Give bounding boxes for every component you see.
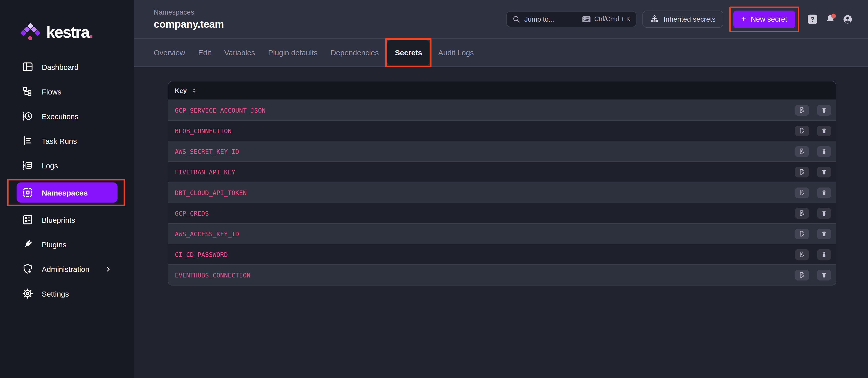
tab-variables[interactable]: Variables	[218, 38, 262, 67]
edit-secret-button[interactable]	[795, 125, 809, 136]
task-runs-icon	[22, 135, 34, 147]
delete-secret-button[interactable]	[817, 167, 831, 177]
chevron-right-icon	[104, 265, 113, 273]
delete-secret-button[interactable]	[817, 187, 831, 198]
table-row: GCP_SERVICE_ACCOUNT_JSON	[168, 99, 836, 120]
edit-secret-button[interactable]	[795, 229, 809, 239]
sidebar-item-flows[interactable]: Flows	[17, 81, 118, 101]
help-icon[interactable]: ?	[808, 14, 817, 24]
sidebar-item-label: Flows	[42, 87, 61, 96]
search-input[interactable]: Jump to... Ctrl/Cmd + K	[506, 11, 637, 27]
kestra-logo[interactable]: kestra.	[21, 21, 134, 40]
tab-secrets[interactable]: Secrets	[387, 40, 430, 65]
sidebar-item-label: Namespaces	[42, 188, 88, 197]
secret-key: GCP_SERVICE_ACCOUNT_JSON	[175, 106, 266, 114]
inherited-secrets-button[interactable]: Inherited secrets	[643, 10, 723, 28]
delete-secret-button[interactable]	[817, 105, 831, 115]
column-key-label: Key	[175, 87, 187, 94]
secret-key: DBT_CLOUD_API_TOKEN	[175, 189, 247, 196]
secret-key: FIVETRAN_API_KEY	[175, 168, 235, 176]
sitemap-icon	[650, 14, 659, 24]
flows-icon	[22, 85, 34, 97]
search-shortcut: Ctrl/Cmd + K	[582, 16, 630, 23]
table-row: DBT_CLOUD_API_TOKEN	[168, 182, 836, 203]
topbar-actions: Jump to... Ctrl/Cmd + K Inherited secret…	[506, 6, 853, 32]
plus-icon: +	[741, 14, 746, 23]
search-icon	[513, 15, 520, 23]
page-heading: Namespaces company.team	[154, 8, 224, 30]
new-secret-button[interactable]: + New secret	[733, 10, 795, 28]
delete-secret-button[interactable]	[817, 125, 831, 136]
delete-secret-button[interactable]	[817, 208, 831, 219]
main-area: Namespaces company.team Jump to... Ctrl/…	[134, 0, 868, 378]
executions-icon	[22, 110, 34, 122]
sidebar-item-label: Executions	[42, 112, 79, 120]
sidebar-item-label: Blueprints	[42, 215, 75, 224]
table-header: Key	[168, 81, 836, 99]
sidebar-item-blueprints[interactable]: Blueprints	[17, 210, 118, 230]
tab-dependencies[interactable]: Dependencies	[324, 38, 385, 67]
secrets-content: Key GCP_SERVICE_ACCOUNT_JSON BLOB_CONNEC…	[134, 67, 868, 378]
sidebar: kestra. Dashboard Flows Executions	[0, 0, 134, 378]
table-row: EVENTHUBS_CONNECTION	[168, 264, 836, 285]
tab-plugin-defaults[interactable]: Plugin defaults	[262, 38, 324, 67]
edit-secret-button[interactable]	[795, 249, 809, 260]
brand-name: kestra.	[46, 24, 93, 40]
dashboard-icon	[22, 61, 34, 73]
sidebar-nav: Dashboard Flows Executions Task Runs	[0, 57, 134, 308]
sidebar-item-dashboard[interactable]: Dashboard	[17, 57, 118, 77]
tab-edit[interactable]: Edit	[192, 38, 218, 67]
table-row: BLOB_CONNECTION	[168, 120, 836, 141]
sidebar-item-namespaces[interactable]: Namespaces	[17, 182, 118, 203]
bell-icon[interactable]	[825, 13, 836, 25]
secrets-table: Key GCP_SERVICE_ACCOUNT_JSON BLOB_CONNEC…	[168, 81, 836, 286]
settings-icon	[22, 288, 34, 299]
administration-icon	[22, 263, 34, 275]
sidebar-item-label: Settings	[42, 289, 69, 298]
sidebar-item-executions[interactable]: Executions	[17, 106, 118, 126]
kestra-logo-icon	[21, 23, 40, 40]
notification-dot	[831, 13, 836, 18]
delete-secret-button[interactable]	[817, 229, 831, 239]
plugins-icon	[22, 238, 34, 250]
sidebar-item-label: Task Runs	[42, 137, 77, 145]
sidebar-item-label: Logs	[42, 161, 58, 170]
edit-secret-button[interactable]	[795, 167, 809, 177]
secret-key: AWS_ACCESS_KEY_ID	[175, 230, 239, 237]
delete-secret-button[interactable]	[817, 146, 831, 156]
secret-key: EVENTHUBS_CONNECTION	[175, 271, 250, 279]
edit-secret-button[interactable]	[795, 146, 809, 156]
sidebar-item-logs[interactable]: Logs	[17, 155, 118, 175]
edit-secret-button[interactable]	[795, 105, 809, 115]
secret-key: CI_CD_PASSWORD	[175, 251, 228, 258]
search-placeholder: Jump to...	[524, 15, 554, 23]
tab-audit-logs[interactable]: Audit Logs	[432, 38, 480, 67]
kestra-app: kestra. Dashboard Flows Executions	[0, 0, 868, 378]
sidebar-item-task-runs[interactable]: Task Runs	[17, 131, 118, 151]
edit-secret-button[interactable]	[795, 187, 809, 198]
annotation-new-secret: + New secret	[729, 6, 799, 32]
blueprints-icon	[22, 214, 34, 226]
table-row: CI_CD_PASSWORD	[168, 244, 836, 264]
delete-secret-button[interactable]	[817, 249, 831, 260]
logs-icon	[22, 159, 34, 171]
sidebar-item-label: Administration	[42, 265, 89, 273]
delete-secret-button[interactable]	[817, 270, 831, 280]
page-title: company.team	[154, 18, 224, 30]
secret-key: AWS_SECRET_KEY_ID	[175, 148, 239, 155]
keyboard-icon	[582, 16, 591, 22]
avatar[interactable]	[842, 13, 853, 25]
sidebar-item-plugins[interactable]: Plugins	[17, 234, 118, 254]
sort-icon[interactable]	[190, 87, 198, 94]
sidebar-item-administration[interactable]: Administration	[17, 259, 118, 279]
tab-overview[interactable]: Overview	[147, 38, 192, 67]
sidebar-item-settings[interactable]: Settings	[17, 284, 118, 303]
edit-secret-button[interactable]	[795, 208, 809, 219]
breadcrumb[interactable]: Namespaces	[154, 8, 224, 16]
table-row: AWS_SECRET_KEY_ID	[168, 141, 836, 162]
sidebar-item-label: Plugins	[42, 240, 66, 249]
secret-key: BLOB_CONNECTION	[175, 127, 231, 135]
annotation-secrets-tab: Secrets	[385, 38, 432, 67]
edit-secret-button[interactable]	[795, 270, 809, 280]
topbar: Namespaces company.team Jump to... Ctrl/…	[134, 0, 868, 39]
